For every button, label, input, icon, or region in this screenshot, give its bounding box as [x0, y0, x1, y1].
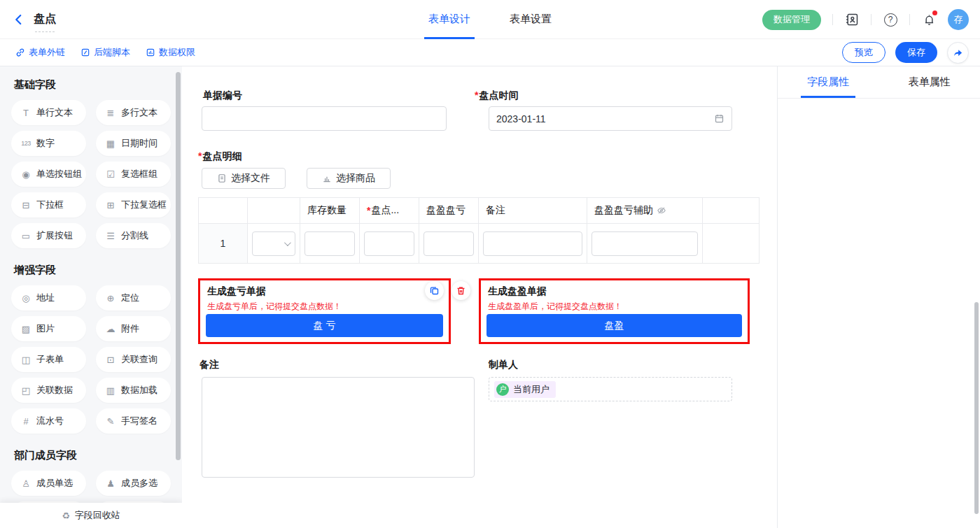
multi-select-icon: ⊞: [105, 200, 116, 211]
data-manage-button[interactable]: 数据管理: [762, 10, 821, 30]
sidebar-item-member-multi[interactable]: ♟成员多选: [96, 471, 171, 496]
stock-qty-input[interactable]: [304, 231, 355, 256]
sidebar-item-relate-data[interactable]: ◰关联数据: [11, 378, 86, 403]
copy-icon: [429, 285, 440, 296]
delete-field-button[interactable]: [451, 281, 470, 300]
location-icon: ⊕: [105, 293, 116, 304]
tab-form-properties[interactable]: 表单属性: [879, 66, 980, 98]
divider: [832, 14, 833, 25]
address-book-icon[interactable]: [844, 12, 860, 27]
table-header-gain-loss-aux: 盘盈盘亏辅助: [587, 198, 703, 224]
gain-loss-input[interactable]: [424, 231, 474, 256]
backend-script-link[interactable]: 后端脚本: [80, 46, 130, 59]
sidebar-item-image[interactable]: ▨图片: [11, 316, 86, 341]
tab-field-properties[interactable]: 字段属性: [778, 66, 879, 98]
script-icon: [80, 48, 90, 57]
notification-dot: [932, 10, 937, 15]
form-toolbar: 表单外链 后端脚本 数据权限 预览 保存: [0, 39, 980, 66]
gain-warning: 生成盘盈单后，记得提交盘点数据！: [481, 298, 748, 313]
sidebar-item-multi-line-text[interactable]: ≣多行文本: [96, 100, 171, 125]
creator-field[interactable]: 户 当前用户: [489, 377, 732, 401]
multi-line-text-icon: ≣: [105, 108, 116, 118]
data-permission-link[interactable]: 数据权限: [146, 46, 195, 59]
section-title-enhanced-fields: 增强字段: [11, 264, 171, 285]
sidebar-scrollbar[interactable]: [176, 72, 181, 460]
header-tabs: 表单设计 表单设置: [428, 0, 552, 39]
doc-no-input-wrap: [202, 106, 447, 131]
sidebar-item-attachment[interactable]: ☁附件: [96, 316, 171, 341]
avatar[interactable]: 存: [948, 9, 969, 30]
count-cell: [360, 224, 419, 263]
product-cell: [248, 224, 300, 263]
extra-cell: [703, 224, 759, 263]
share-arrow-icon: [953, 48, 963, 58]
sidebar-item-checkbox-group[interactable]: ☑复选框组: [96, 162, 171, 187]
table-header-remark: 备注: [479, 198, 587, 224]
detail-table: 库存数量 *盘点... 盘盈盘亏 备注 盘盈盘亏辅助 1: [198, 197, 760, 264]
sidebar-item-signature[interactable]: ✎手写签名: [96, 408, 171, 434]
sidebar-item-single-line-text[interactable]: T单行文本: [11, 100, 86, 125]
page-title[interactable]: 盘点: [34, 12, 56, 27]
sidebar-item-subform[interactable]: ◫子表单: [11, 347, 86, 372]
inventory-date-input[interactable]: 2023-01-11: [489, 106, 732, 131]
sidebar-item-select[interactable]: ⊟下拉框: [11, 192, 86, 217]
divider: [909, 14, 910, 25]
sidebar-item-datetime[interactable]: ▦日期时间: [96, 131, 171, 156]
field-recycle-bin[interactable]: ♻ 字段回收站: [0, 503, 182, 528]
top-header: 盘点 表单设计 表单设置 数据管理 ? 存: [0, 0, 980, 39]
field-library-sidebar: 基础字段 T单行文本 ≣多行文本 123数字 ▦日期时间 ◉单选按钮组 ☑复选框…: [0, 66, 182, 528]
help-icon[interactable]: ?: [883, 12, 898, 27]
sidebar-item-divider[interactable]: ☰分割线: [96, 223, 171, 248]
chevron-down-icon: [284, 239, 291, 246]
remark-cell: [479, 224, 587, 263]
doc-no-input[interactable]: [202, 106, 447, 131]
window-scrollbar[interactable]: [974, 302, 979, 514]
serial-number-icon: #: [20, 416, 31, 427]
copy-field-button[interactable]: [425, 281, 444, 300]
share-button[interactable]: [947, 42, 969, 64]
table-header-extra: [703, 198, 759, 224]
row-remark-input[interactable]: [483, 231, 582, 256]
gain-loss-aux-cell: [587, 224, 703, 263]
gain-loss-aux-input[interactable]: [592, 231, 698, 256]
loss-title: 生成盘亏单据: [200, 280, 449, 298]
generate-gain-field[interactable]: 生成盘盈单据 生成盘盈单后，记得提交盘点数据！ 盘盈: [479, 278, 750, 344]
sidebar-item-extend-button[interactable]: ▭扩展按钮: [11, 223, 86, 248]
permission-icon: [146, 48, 155, 57]
preview-button[interactable]: 预览: [842, 42, 886, 63]
file-icon: [217, 173, 227, 183]
sidebar-item-member-single[interactable]: ♙成员单选: [11, 471, 86, 496]
product-select[interactable]: [252, 231, 295, 256]
calendar-icon: ▦: [105, 138, 116, 149]
checkbox-group-icon: ☑: [105, 169, 116, 180]
sidebar-item-serial-number[interactable]: #流水号: [11, 408, 86, 434]
sidebar-item-relate-query[interactable]: ⊡关联查询: [96, 347, 171, 372]
loss-button[interactable]: 盘 亏: [206, 314, 443, 337]
single-line-text-icon: T: [20, 108, 31, 118]
tab-form-settings[interactable]: 表单设置: [510, 0, 552, 39]
generate-loss-field[interactable]: 生成盘亏单据 生成盘亏单后，记得提交盘点数据！ 盘 亏: [198, 278, 451, 344]
form-external-link[interactable]: 表单外链: [15, 46, 65, 59]
gain-loss-cell: [419, 224, 479, 263]
trash-icon: [456, 285, 466, 296]
count-input[interactable]: [364, 231, 414, 256]
data-load-icon: ▥: [105, 385, 116, 396]
people-icon: ♟: [105, 478, 116, 489]
sidebar-item-multi-select[interactable]: ⊞下拉复选框: [96, 192, 171, 217]
save-button[interactable]: 保存: [895, 42, 937, 63]
sidebar-item-data-load[interactable]: ▥数据加载: [96, 378, 171, 403]
sidebar-item-number[interactable]: 123数字: [11, 131, 86, 156]
select-product-button[interactable]: 选择商品: [307, 168, 391, 189]
tab-form-design[interactable]: 表单设计: [428, 0, 470, 39]
remark-textarea[interactable]: [202, 377, 475, 478]
notification-bell-icon[interactable]: [921, 12, 937, 27]
gain-button[interactable]: 盘盈: [486, 314, 742, 337]
sidebar-item-radio-group[interactable]: ◉单选按钮组: [11, 162, 86, 187]
field-label-date: *盘点时间: [475, 90, 518, 102]
select-file-button[interactable]: 选择文件: [202, 168, 286, 189]
back-icon[interactable]: [13, 13, 27, 27]
calendar-icon: [714, 113, 724, 124]
stock-qty-cell: [300, 224, 360, 263]
sidebar-item-address[interactable]: ◎地址: [11, 285, 86, 311]
sidebar-item-location[interactable]: ⊕定位: [96, 285, 171, 311]
